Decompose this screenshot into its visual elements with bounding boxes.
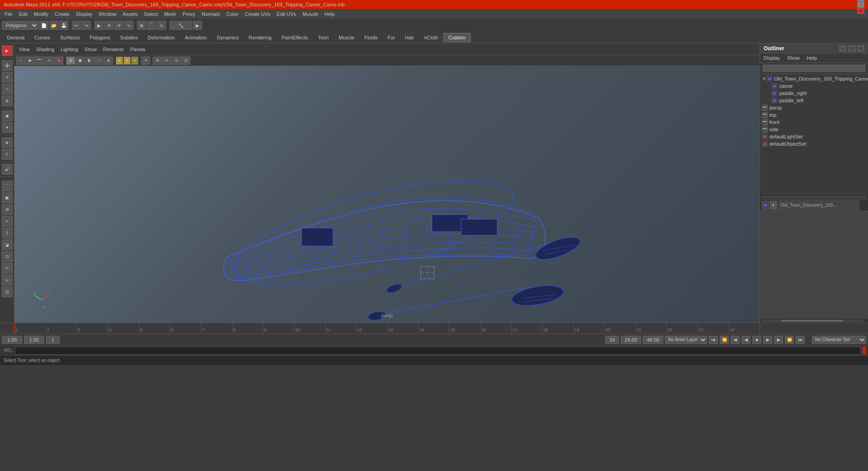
render-cam-icon2[interactable]: ✎	[770, 201, 777, 210]
transport-go-end[interactable]: ⏭	[796, 336, 805, 344]
tool-extrude[interactable]: ↥	[2, 228, 13, 238]
tab-subdivs[interactable]: Subdivs	[115, 33, 143, 42]
menu-modify[interactable]: Modify	[31, 10, 51, 18]
menu-edit[interactable]: Edit	[16, 10, 30, 18]
tab-custom[interactable]: Custom	[443, 33, 471, 42]
tree-item-objectset[interactable]: S defaultObjectSet	[761, 140, 867, 147]
menu-display[interactable]: Display	[73, 10, 95, 18]
tb-snap-curve[interactable]: ⌒	[147, 21, 156, 30]
vp-menu-lighting[interactable]: Lighting	[58, 46, 81, 53]
outliner-scrollbar-h[interactable]	[760, 195, 868, 199]
menu-edit-uvs[interactable]: Edit UVs	[274, 10, 299, 18]
tb-scale[interactable]: ⤡	[124, 21, 133, 30]
outliner-tab-display[interactable]: Display	[762, 54, 782, 62]
tb-new[interactable]: 📄	[39, 21, 48, 30]
tab-dynamics[interactable]: Dynamics	[212, 33, 244, 42]
tab-rendering[interactable]: Rendering	[244, 33, 277, 42]
vp-icon-resolution[interactable]: ⊡	[181, 57, 190, 65]
tool-bevel[interactable]: ◪	[2, 239, 13, 250]
tab-fur[interactable]: Fur	[382, 33, 400, 42]
mode-select[interactable]: Polygons Surfaces Dynamics Rendering	[2, 21, 38, 30]
tool-append[interactable]: ⊔	[2, 275, 13, 285]
outliner-close[interactable]: ×	[857, 45, 864, 52]
timeline[interactable]: 123456789101112131415161718192021222324	[0, 323, 868, 333]
menu-select[interactable]: Select	[141, 10, 160, 18]
menu-proxy[interactable]: Proxy	[180, 10, 198, 18]
vp-icon-xray[interactable]: ◈	[104, 57, 113, 65]
anim-layer-select[interactable]: No Anim Layer	[665, 336, 707, 344]
tree-item-front[interactable]: 📷 front	[761, 119, 867, 126]
tool-select[interactable]: ▶	[2, 45, 13, 56]
vp-menu-panels[interactable]: Panels	[127, 46, 148, 53]
tree-item-side[interactable]: 📷 side	[761, 126, 867, 133]
tool-rotate[interactable]: ↺	[2, 72, 13, 83]
tool-sculpt[interactable]: ✦	[2, 122, 13, 133]
tb-move[interactable]: ✛	[104, 21, 113, 30]
transport-key-frame[interactable]: 1	[46, 336, 60, 344]
timeline-playhead[interactable]	[14, 323, 15, 333]
vp-icon-light3[interactable]: ●	[131, 57, 138, 65]
tab-surfaces[interactable]: Surfaces	[55, 33, 85, 42]
tab-ncloth[interactable]: nCloth	[419, 33, 443, 42]
menu-color[interactable]: Color	[224, 10, 241, 18]
maximize-button[interactable]: □	[857, 1, 864, 8]
transport-end-key-frame[interactable]: 24	[605, 336, 619, 344]
tree-item-persp[interactable]: 📷 persp	[761, 104, 867, 111]
transport-total-frames[interactable]: 48.00	[643, 336, 663, 344]
tab-fluids[interactable]: Fluids	[359, 33, 382, 42]
tb-rotate[interactable]: ↺	[114, 21, 123, 30]
tool-paint-selection[interactable]: 🖌	[2, 164, 13, 175]
outliner-minimize[interactable]: −	[839, 45, 846, 52]
timeline-ruler[interactable]: 123456789101112131415161718192021222324	[14, 323, 760, 333]
tab-deformation[interactable]: Deformation	[143, 33, 180, 42]
tool-soft-mod[interactable]: ◉	[2, 110, 13, 121]
menu-help[interactable]: Help	[322, 10, 338, 18]
close-button[interactable]: ×	[857, 8, 864, 14]
vp-menu-view[interactable]: View	[16, 46, 33, 53]
tab-muscle[interactable]: Muscle	[334, 33, 359, 42]
tb-render[interactable]: ▶	[193, 21, 202, 30]
vp-icon-wireframe[interactable]: ⊞	[66, 57, 75, 65]
tool-last[interactable]: ◊	[2, 149, 13, 160]
tool-scale[interactable]: ⤡	[2, 84, 13, 95]
transport-prev-key[interactable]: ◀	[731, 336, 740, 344]
tab-painteffects[interactable]: PaintEffects	[277, 33, 313, 42]
vp-icon-undo-cam[interactable]: ↩	[45, 57, 54, 65]
outliner-tab-show[interactable]: Show	[785, 54, 802, 62]
vp-menu-shading[interactable]: Shading	[33, 46, 57, 53]
vp-icon-flat[interactable]: ◧	[85, 57, 94, 65]
vp-icon-light1[interactable]: ●	[116, 57, 123, 65]
tab-polygons[interactable]: Polygons	[85, 33, 115, 42]
right-panel-scrollbar-h[interactable]	[760, 319, 868, 323]
tab-toon[interactable]: Toon	[313, 33, 334, 42]
transport-go-start[interactable]: ⏮	[709, 336, 718, 344]
tb-sel[interactable]: ▶	[94, 21, 104, 30]
tab-general[interactable]: General	[2, 33, 29, 42]
transport-play[interactable]: ▶	[763, 336, 772, 344]
vp-menu-renderer[interactable]: Renderer	[100, 46, 127, 53]
menu-assets[interactable]: Assets	[120, 10, 140, 18]
transport-end-frame[interactable]: 24.00	[621, 336, 641, 344]
menu-create-uvs[interactable]: Create UVs	[242, 10, 273, 18]
transport-current-frame[interactable]: 1.00	[24, 336, 44, 344]
tree-item-canoe[interactable]: ○ M canoe	[761, 82, 867, 90]
tree-item-paddle-right[interactable]: ○ M paddle_right	[761, 90, 867, 97]
vp-icon-isolate[interactable]: ◎	[172, 57, 181, 65]
menu-window[interactable]: Window	[96, 10, 119, 18]
tree-item-top[interactable]: 📷 top	[761, 111, 867, 119]
transport-play-back[interactable]: ◀	[741, 336, 750, 344]
menu-mesh[interactable]: Mesh	[161, 10, 179, 18]
outliner-maximize[interactable]: □	[848, 45, 855, 52]
tool-subdivide[interactable]: ⊞	[2, 204, 13, 215]
tab-animation[interactable]: Animation	[180, 33, 212, 42]
transport-step-back[interactable]: ⏪	[720, 336, 729, 344]
outliner-search-input[interactable]	[763, 65, 865, 72]
vp-icon-camera[interactable]: 📷	[35, 57, 44, 65]
vp-icon-smooth[interactable]: ◼	[75, 57, 85, 65]
vp-icon-hud[interactable]: H	[162, 57, 171, 65]
tb-open[interactable]: 📂	[49, 21, 58, 30]
tab-hair[interactable]: Hair	[400, 33, 419, 42]
outliner-tab-help[interactable]: Help	[805, 54, 819, 62]
vp-icon-grid[interactable]: ⊞	[153, 57, 162, 65]
tree-item-root[interactable]: ▼ M Old_Town_Discovery_169_Tripping_Cano…	[761, 75, 867, 82]
